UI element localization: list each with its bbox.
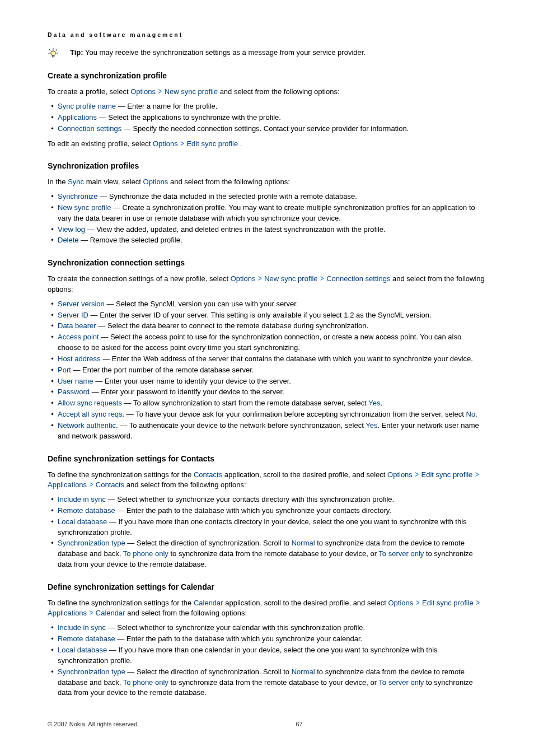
text: To create a profile, select	[48, 87, 130, 96]
option-name: Local database	[58, 646, 107, 654]
option-desc: — Enter the server ID of your server. Th…	[88, 311, 432, 319]
option-name: Remote database	[58, 506, 115, 515]
option-desc: — Enter the Web address of the server th…	[101, 354, 473, 363]
lightbulb-icon	[48, 48, 59, 59]
list-item: Allow sync requests — To allow synchroni…	[58, 398, 486, 409]
tip-label: Tip:	[70, 48, 83, 57]
list-item: Delete — Remove the selected profile.	[58, 235, 486, 246]
text: application, scroll to the desired profi…	[225, 599, 388, 607]
link-edit-sync-profile[interactable]: Edit sync profile	[421, 470, 473, 479]
option-desc: — Enter the path to the database with wh…	[115, 506, 391, 515]
list-item: Synchronization type — Select the direct…	[58, 538, 486, 570]
link-connection-settings[interactable]: Connection settings	[326, 274, 390, 283]
svg-line-1	[49, 49, 50, 50]
value-to-server-only: To server only	[378, 549, 424, 558]
chevron-icon: >	[320, 273, 324, 284]
create-profile-intro: To create a profile, select Options > Ne…	[48, 87, 486, 97]
heading-define-contacts: Define synchronization settings for Cont…	[48, 454, 486, 463]
svg-point-5	[51, 51, 55, 55]
link-calendar[interactable]: Calendar	[194, 599, 223, 607]
option-desc: — Select whether to synchronize your cal…	[106, 623, 365, 632]
option-desc: — If you have more than one calendar in …	[58, 646, 438, 665]
text: — Select the direction of synchronizatio…	[127, 668, 291, 676]
list-item: Local database — If you have more than o…	[58, 517, 486, 538]
link-options[interactable]: Options	[153, 139, 178, 148]
text: main view, select	[86, 178, 143, 186]
copyright: © 2007 Nokia. All rights reserved.	[48, 721, 139, 727]
text: To define the synchronization settings f…	[48, 599, 194, 607]
option-name: Synchronization type	[58, 539, 125, 547]
option-name: Accept all sync reqs.	[58, 410, 124, 418]
chevron-icon: >	[476, 598, 479, 609]
option-desc: — Enter the path to the database with wh…	[115, 634, 363, 643]
tip-callout: Tip: You may receive the synchronization…	[48, 48, 486, 59]
text: In the	[48, 178, 68, 186]
list-item: Remote database — Enter the path to the …	[58, 634, 486, 645]
option-name: Synchronize	[58, 192, 98, 200]
text: .	[240, 139, 242, 148]
list-item: Access point — Select the access point t…	[58, 332, 486, 353]
chevron-icon: >	[258, 273, 261, 284]
chevron-icon: >	[158, 86, 162, 97]
link-contacts[interactable]: Contacts	[194, 470, 222, 479]
option-name: Allow sync requests	[58, 399, 122, 407]
list-item: User name — Enter your user name to iden…	[58, 376, 486, 387]
option-name: Port	[58, 366, 71, 374]
list-item: Connection settings — Specify the needed…	[58, 124, 486, 134]
link-calendar[interactable]: Calendar	[96, 609, 125, 617]
link-options[interactable]: Options	[387, 470, 413, 479]
list-item: Remote database — Enter the path to the …	[58, 506, 486, 516]
option-name: Network authentic.	[58, 421, 118, 430]
option-name: Synchronization type	[58, 668, 125, 676]
list-item: Data bearer — Select the data bearer to …	[58, 321, 486, 332]
option-name: Host address	[58, 354, 101, 363]
value-to-phone-only: To phone only	[123, 678, 168, 687]
list-item: Synchronize — Synchronize the data inclu…	[58, 192, 486, 202]
text: — To have your device ask for your confi…	[124, 410, 466, 418]
link-options[interactable]: Options	[388, 599, 414, 607]
chevron-icon: >	[90, 479, 93, 491]
value-yes: Yes	[366, 421, 377, 430]
list-item: Include in sync — Select whether to sync…	[58, 494, 486, 505]
option-desc: — Select the applications to synchronize…	[97, 113, 281, 122]
link-contacts[interactable]: Contacts	[96, 480, 124, 489]
text: — To authenticate your device to the net…	[118, 421, 366, 430]
value-normal: Normal	[292, 539, 315, 547]
link-new-sync-profile[interactable]: New sync profile	[165, 87, 218, 96]
link-edit-sync-profile[interactable]: Edit sync profile	[422, 599, 474, 607]
list-item: Host address — Enter the Web address of …	[58, 354, 486, 365]
option-name: Password	[58, 388, 90, 396]
list-item: View log — View the added, updated, and …	[58, 225, 486, 235]
chevron-icon: >	[475, 469, 479, 480]
text: To define the synchronization settings f…	[48, 470, 194, 479]
list-item: Include in sync — Select whether to sync…	[58, 623, 486, 633]
option-desc: — Select the SyncML version you can use …	[105, 300, 298, 308]
text: to synchronize data from the remote data…	[170, 678, 378, 687]
option-desc: — If you have more than one contacts dir…	[58, 517, 467, 536]
text: .	[380, 399, 382, 407]
text: and select from the following options:	[127, 609, 247, 617]
value-normal: Normal	[292, 668, 315, 676]
list-item: Password — Enter your password to identi…	[58, 387, 486, 398]
link-options[interactable]: Options	[143, 178, 168, 186]
option-desc: — Enter a name for the profile.	[116, 102, 217, 110]
option-name: Delete	[58, 236, 79, 244]
page-header: Data and software management	[48, 31, 486, 38]
value-no: No	[466, 410, 476, 418]
link-applications[interactable]: Applications	[48, 609, 87, 617]
link-options[interactable]: Options	[231, 274, 256, 283]
link-sync[interactable]: Sync	[68, 178, 84, 186]
link-edit-sync-profile[interactable]: Edit sync profile	[186, 139, 238, 148]
link-applications[interactable]: Applications	[48, 480, 87, 489]
text: .	[475, 410, 477, 418]
list-item: Server ID — Enter the server ID of your …	[58, 310, 486, 321]
list-item: Port — Enter the port number of the remo…	[58, 365, 486, 376]
heading-connection-settings: Synchronization connection settings	[48, 258, 486, 267]
link-new-sync-profile[interactable]: New sync profile	[264, 274, 317, 283]
heading-sync-profiles: Synchronization profiles	[48, 161, 486, 170]
option-name: Applications	[58, 113, 97, 122]
chevron-icon: >	[416, 598, 419, 609]
list-item: Applications — Select the applications t…	[58, 113, 486, 123]
option-name: Include in sync	[58, 495, 106, 503]
link-options[interactable]: Options	[130, 87, 156, 96]
